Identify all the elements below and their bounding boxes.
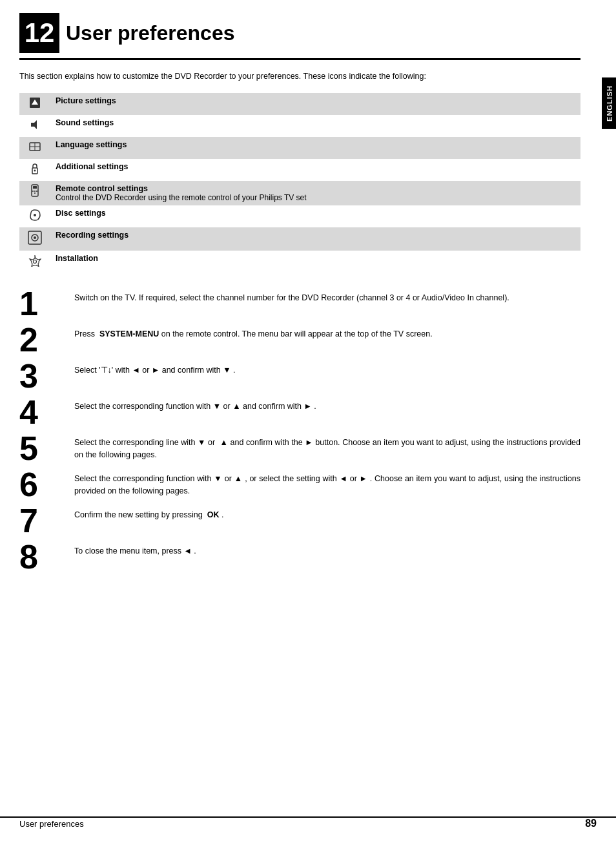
chapter-header: 12 User preferences bbox=[19, 13, 580, 53]
installation-label: Installation bbox=[50, 251, 580, 273]
svg-point-18 bbox=[34, 260, 37, 263]
step-5-number: 5 bbox=[19, 431, 74, 465]
chapter-number: 12 bbox=[19, 13, 59, 53]
table-row: Picture settings bbox=[19, 93, 580, 115]
table-row: Additional settings bbox=[19, 159, 580, 181]
table-row: Remote control settings Control the DVD … bbox=[19, 181, 580, 205]
svg-rect-9 bbox=[33, 186, 37, 189]
additional-icon bbox=[19, 159, 50, 181]
svg-marker-2 bbox=[31, 120, 37, 129]
step-3-row: 3 Select '⊤↓' with ◄ or ► and confirm wi… bbox=[19, 359, 580, 393]
table-row: Sound settings bbox=[19, 115, 580, 137]
table-row: Installation bbox=[19, 251, 580, 273]
picture-settings-label: Picture settings bbox=[50, 93, 580, 115]
step-6-number: 6 bbox=[19, 468, 74, 501]
step-8-row: 8 To close the menu item, press ◄ . bbox=[19, 540, 580, 574]
installation-icon bbox=[19, 251, 50, 273]
recording-icon bbox=[19, 227, 50, 251]
step-2-text: Press SYSTEM-MENU on the remote control.… bbox=[74, 323, 580, 340]
remote-icon bbox=[19, 181, 50, 205]
additional-settings-label: Additional settings bbox=[50, 159, 580, 181]
sound-settings-label: Sound settings bbox=[50, 115, 580, 137]
svg-point-10 bbox=[34, 191, 36, 192]
step-2-number: 2 bbox=[19, 323, 74, 357]
settings-table: Picture settings Sound settings bbox=[19, 93, 580, 273]
step-2-row: 2 Press SYSTEM-MENU on the remote contro… bbox=[19, 323, 580, 357]
table-row: Disc settings bbox=[19, 205, 580, 227]
recording-settings-label: Recording settings bbox=[50, 227, 580, 251]
step-4-number: 4 bbox=[19, 395, 74, 429]
svg-point-11 bbox=[34, 192, 36, 194]
step-5-text: Select the corresponding line with ▼ or … bbox=[74, 431, 580, 461]
step-4-row: 4 Select the corresponding function with… bbox=[19, 395, 580, 429]
step-4-text: Select the corresponding function with ▼… bbox=[74, 395, 580, 413]
step-8-number: 8 bbox=[19, 540, 74, 574]
svg-point-17 bbox=[34, 236, 36, 239]
footer-page-number: 89 bbox=[585, 818, 597, 829]
page-footer: User preferences 89 bbox=[0, 816, 616, 829]
main-content: 12 User preferences This section explain… bbox=[0, 0, 600, 628]
svg-point-14 bbox=[34, 214, 36, 216]
step-7-number: 7 bbox=[19, 504, 74, 537]
language-tab: ENGLISH bbox=[602, 78, 616, 129]
step-1-row: 1 Switch on the TV. If required, select … bbox=[19, 287, 580, 320]
table-row: Language settings bbox=[19, 137, 580, 159]
disc-icon bbox=[19, 205, 50, 227]
intro-paragraph: This section explains how to customize t… bbox=[19, 70, 580, 83]
step-6-text: Select the corresponding function with ▼… bbox=[74, 468, 580, 497]
step-7-row: 7 Confirm the new setting by pressing OK… bbox=[19, 504, 580, 537]
disc-settings-label: Disc settings bbox=[50, 205, 580, 227]
picture-icon bbox=[19, 93, 50, 115]
step-1-number: 1 bbox=[19, 287, 74, 320]
sound-icon bbox=[19, 115, 50, 137]
step-3-text: Select '⊤↓' with ◄ or ► and confirm with… bbox=[74, 359, 580, 377]
svg-point-13 bbox=[36, 191, 37, 192]
footer-title: User preferences bbox=[19, 819, 84, 829]
step-1-text: Switch on the TV. If required, select th… bbox=[74, 287, 580, 304]
step-3-number: 3 bbox=[19, 359, 74, 393]
step-5-row: 5 Select the corresponding line with ▼ o… bbox=[19, 431, 580, 465]
chapter-title: User preferences bbox=[59, 21, 234, 45]
steps-section: 1 Switch on the TV. If required, select … bbox=[19, 287, 580, 576]
svg-point-12 bbox=[32, 191, 34, 192]
language-icon bbox=[19, 137, 50, 159]
step-7-text: Confirm the new setting by pressing OK . bbox=[74, 504, 580, 521]
header-divider bbox=[19, 58, 580, 60]
table-row: Recording settings bbox=[19, 227, 580, 251]
language-settings-label: Language settings bbox=[50, 137, 580, 159]
svg-point-7 bbox=[34, 169, 36, 171]
step-6-row: 6 Select the corresponding function with… bbox=[19, 468, 580, 501]
step-8-text: To close the menu item, press ◄ . bbox=[74, 540, 580, 557]
remote-settings-label: Remote control settings Control the DVD … bbox=[50, 181, 580, 205]
